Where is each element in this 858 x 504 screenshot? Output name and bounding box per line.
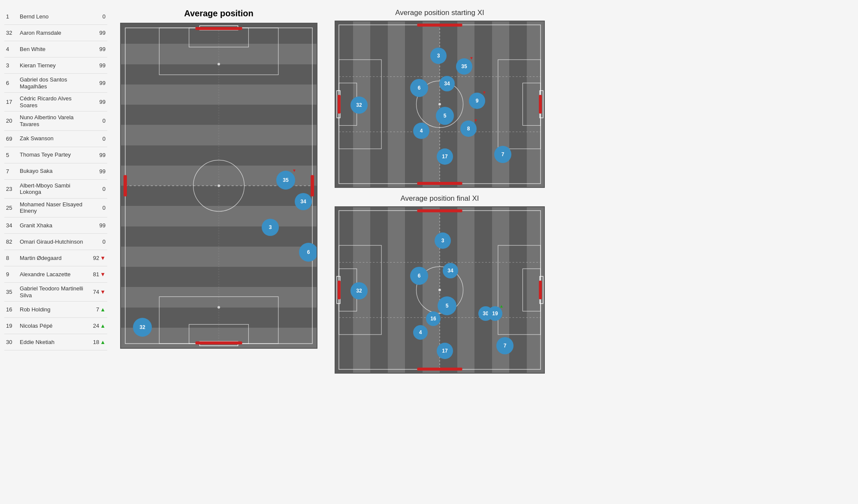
player-row: 1Bernd Leno0 <box>4 9 107 25</box>
player-number: 6 <box>6 80 20 86</box>
player-rating: 92▼ <box>91 255 106 261</box>
player-bubble: 35▼ <box>456 58 472 75</box>
player-list: 1Bernd Leno032Aaron Ramsdale994Ben White… <box>0 0 112 504</box>
player-name-label: Eddie Nketiah <box>20 339 91 346</box>
player-row: 30Eddie Nketiah18▲ <box>4 334 107 350</box>
main-pitch-section: Average position <box>120 9 317 495</box>
bubble-arrow-down-icon: ▼ <box>474 118 478 123</box>
main-content: Average position <box>112 0 858 504</box>
player-number: 4 <box>6 46 20 52</box>
player-number: 25 <box>6 205 20 211</box>
player-name-label: Alexandre Lacazette <box>20 271 91 278</box>
player-rating: 81▼ <box>91 271 106 278</box>
player-bubble: 8▼ <box>460 121 477 137</box>
arrow-down-icon: ▼ <box>100 255 106 261</box>
bubble-arrow-down-icon: ▼ <box>292 168 296 173</box>
player-bubble: 3 <box>435 232 451 249</box>
player-rating: 99 <box>91 80 106 86</box>
arrow-up-icon: ▲ <box>100 306 106 313</box>
player-rating: 99 <box>91 99 106 105</box>
player-bubble: 6 <box>410 267 428 285</box>
player-name-label: Bernd Leno <box>20 13 91 20</box>
player-name-label: Omari Giraud-Hutchinson <box>20 238 91 245</box>
player-name-label: Martin Ødegaard <box>20 255 91 262</box>
player-row: 16Rob Holding7▲ <box>4 302 107 318</box>
player-bubble: 6 <box>410 79 428 97</box>
player-bubble: 7 <box>494 146 511 163</box>
player-rating: 99 <box>91 222 106 229</box>
main-pitch-title: Average position <box>184 9 254 18</box>
arrow-up-icon: ▲ <box>100 339 106 345</box>
player-rating: 99 <box>91 46 106 52</box>
player-row: 6Gabriel dos Santos Magalhães99 <box>4 74 107 93</box>
player-bubble: 34 <box>295 193 312 210</box>
player-bubble: 5 <box>438 296 456 315</box>
player-number: 17 <box>6 99 20 105</box>
player-row: 4Ben White99 <box>4 41 107 57</box>
player-rating: 0 <box>91 118 106 124</box>
player-number: 82 <box>6 238 20 245</box>
player-bubble: 3 <box>262 219 279 236</box>
player-rating: 74▼ <box>91 289 106 295</box>
player-number: 32 <box>6 30 20 36</box>
player-rating: 18▲ <box>91 339 106 345</box>
player-row: 8Martin Ødegaard92▼ <box>4 250 107 266</box>
player-row: 32Aaron Ramsdale99 <box>4 25 107 41</box>
starting-xi-pitch: 32363435▼548▼9▼717 <box>335 21 545 188</box>
player-name-label: Ben White <box>20 46 91 53</box>
player-name-label: Gabriel Teodoro Martinelli Silva <box>20 285 91 299</box>
player-row: 5Thomas Teye Partey99 <box>4 147 107 163</box>
player-rating: 99 <box>91 30 106 36</box>
player-rating: 7▲ <box>91 306 106 313</box>
player-row: 20Nuno Albertino Varela Tavares0 <box>4 112 107 130</box>
player-bubble: 17 <box>437 148 453 165</box>
player-number: 34 <box>6 222 20 229</box>
right-section: Average position starting XI <box>335 9 545 495</box>
player-number: 5 <box>6 152 20 158</box>
player-name-label: Cédric Ricardo Alves Soares <box>20 95 91 109</box>
player-number: 8 <box>6 255 20 261</box>
player-rating: 99 <box>91 62 106 69</box>
player-bubble: 32 <box>350 97 368 114</box>
player-bubble: 6 <box>299 243 317 262</box>
player-row: 17Cédric Ricardo Alves Soares99 <box>4 93 107 112</box>
player-number: 69 <box>6 136 20 142</box>
player-bubble: 7 <box>496 337 514 354</box>
main-pitch: 32363435▼516▲49▼8▼3019717 <box>120 23 317 349</box>
player-row: 35Gabriel Teodoro Martinelli Silva74▼ <box>4 283 107 302</box>
player-row: 19Nicolas Pépé24▲ <box>4 318 107 334</box>
player-bubble: 4 <box>413 325 428 340</box>
player-rating: 0 <box>91 186 106 192</box>
player-rating: 24▲ <box>91 323 106 329</box>
player-bubble: 5 <box>436 107 454 125</box>
player-bubble: 32 <box>350 282 368 299</box>
bubble-arrow-down-icon: ▼ <box>482 90 486 95</box>
player-bubble: 34 <box>439 76 455 91</box>
player-name-label: Rob Holding <box>20 306 91 313</box>
player-rating: 0 <box>91 238 106 245</box>
arrow-down-icon: ▼ <box>100 289 106 295</box>
starting-xi-wrapper: Average position starting XI <box>335 9 545 188</box>
player-bubble: 9▼ <box>469 93 485 109</box>
final-xi-title: Average position final XI <box>400 194 479 203</box>
player-number: 20 <box>6 118 20 124</box>
player-name-label: Aaron Ramsdale <box>20 30 91 36</box>
player-number: 35 <box>6 289 20 295</box>
player-name-label: Nicolas Pépé <box>20 323 91 329</box>
player-rating: 0 <box>91 13 106 20</box>
player-bubble: 4 <box>413 123 429 139</box>
starting-xi-title: Average position starting XI <box>395 9 484 17</box>
player-row: 25Mohamed Naser Elsayed Elneny0 <box>4 199 107 217</box>
bubble-arrow-up-icon: ▲ <box>499 304 504 308</box>
player-number: 23 <box>6 186 20 192</box>
player-bubble: 35▼ <box>276 171 295 190</box>
final-xi-pitch: 32363451643019▲717 <box>335 206 545 374</box>
player-row: 23Albert-Mboyo Sambi Lokonga0 <box>4 180 107 199</box>
player-row: 3Kieran Tierney99 <box>4 57 107 74</box>
player-name-label: Zak Swanson <box>20 135 91 142</box>
player-name-label: Gabriel dos Santos Magalhães <box>20 76 91 90</box>
player-number: 9 <box>6 271 20 278</box>
player-row: 7Bukayo Saka99 <box>4 163 107 180</box>
player-bubble: 19▲ <box>488 306 502 321</box>
player-bubble: 32 <box>133 318 152 337</box>
